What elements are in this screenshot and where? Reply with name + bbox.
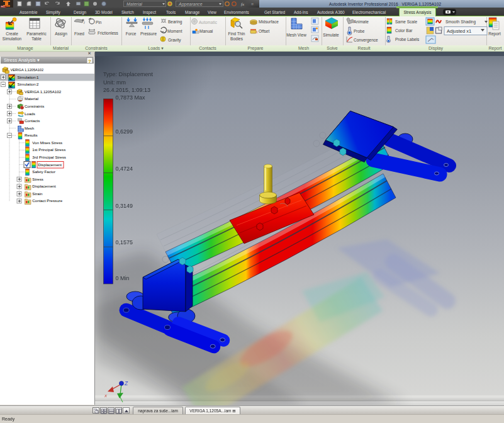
svg-text:0,1575: 0,1575 <box>116 239 133 245</box>
svg-text:26.4.2015, 1:09:13: 26.4.2015, 1:09:13 <box>103 87 150 93</box>
svg-text:Adjusted x1: Adjusted x1 <box>447 28 471 34</box>
svg-text:I: I <box>257 30 258 34</box>
svg-text:0 Min: 0 Min <box>116 275 130 281</box>
svg-text:?: ? <box>88 59 91 64</box>
svg-text:0,3149: 0,3149 <box>116 203 133 209</box>
svg-text:=: = <box>251 2 254 6</box>
svg-text:Appearance: Appearance <box>178 2 203 7</box>
svg-text:0,7873 Max: 0,7873 Max <box>116 94 146 101</box>
svg-text:Unit: mm: Unit: mm <box>103 79 126 86</box>
svg-text:I: I <box>84 21 85 25</box>
svg-text:Material: Material <box>126 2 142 6</box>
svg-text:0,4724: 0,4724 <box>116 166 133 172</box>
svg-text:0,6299: 0,6299 <box>116 128 133 135</box>
svg-text:Z: Z <box>124 380 128 386</box>
svg-text:Type: Displacement: Type: Displacement <box>103 71 154 77</box>
svg-text:fx: fx <box>241 2 245 7</box>
